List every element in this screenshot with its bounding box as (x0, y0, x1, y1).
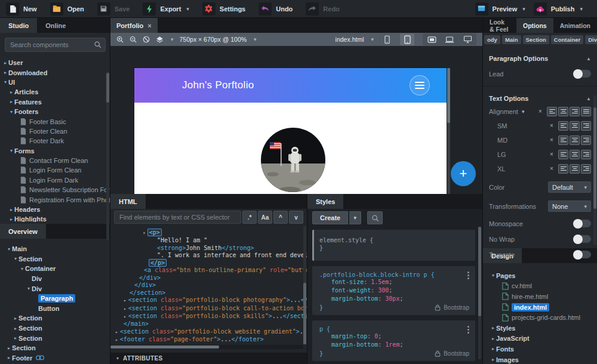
collapse-arrow-icon[interactable]: ▾ (13, 256, 19, 261)
hamburger-menu-icon[interactable] (410, 75, 430, 95)
tab-look-feel[interactable]: Look & Feel (483, 18, 516, 33)
overview-item-section[interactable]: ▸Section (6, 323, 110, 334)
design-item-fonts[interactable]: ▸Fonts (490, 344, 597, 354)
create-style-button[interactable]: Create (312, 211, 348, 224)
zoom-out-icon[interactable] (130, 36, 137, 43)
library-item-footer-basic[interactable]: Footer Basic (2, 116, 110, 126)
collapse-section-icon[interactable]: ▲ (586, 96, 591, 101)
device-desktop-sm-button[interactable] (423, 33, 441, 45)
expand-arrow-icon[interactable]: ▸ (124, 306, 127, 311)
align-left-button[interactable] (547, 107, 557, 116)
library-item-highlights[interactable]: ▸Highlights (2, 214, 110, 222)
search-icon[interactable] (94, 41, 101, 48)
expand-arrow-icon[interactable]: ▸ (8, 217, 14, 222)
style-search-button[interactable] (367, 211, 383, 224)
dropdown-caret-icon[interactable]: ▾ (580, 6, 583, 12)
zoom-in-icon[interactable] (116, 36, 124, 43)
style-property[interactable]: font-weight: 300; (319, 286, 469, 295)
size-dropdown-caret-icon[interactable]: ▾ (254, 36, 257, 42)
style-property[interactable]: margin-bottom: 1rem; (319, 341, 469, 349)
breadcrumb-container[interactable]: Container (551, 35, 583, 44)
collapse-arrow-icon[interactable]: ▾ (116, 356, 119, 361)
create-dropdown-caret[interactable]: ▾ (349, 211, 361, 224)
breadcrumb-main[interactable]: Main (502, 35, 521, 44)
dropdown-caret-icon[interactable]: ▾ (522, 6, 525, 12)
code-line[interactable]: <strong>John Smith</strong> (110, 245, 307, 252)
code-line[interactable]: </div> (110, 282, 307, 289)
add-element-button[interactable]: + (451, 161, 476, 186)
breadcrumb-section[interactable]: Section (523, 35, 549, 44)
close-tab-icon[interactable]: × (147, 22, 151, 29)
search-input[interactable] (5, 38, 106, 52)
find-next-button[interactable]: v (289, 211, 303, 224)
settings-button[interactable]: Settings (202, 2, 245, 16)
block-menu-icon[interactable] (467, 329, 469, 331)
code-scrollbar-thumb[interactable] (303, 283, 306, 344)
expand-arrow-icon[interactable]: ▸ (8, 207, 14, 212)
design-item-hire-me-html[interactable]: hire-me.html (490, 291, 597, 302)
clear-alignment-button[interactable]: × (547, 122, 556, 129)
expand-arrow-icon[interactable]: ▸ (115, 329, 118, 335)
match-case-button[interactable]: Aa (258, 211, 272, 224)
library-item-login-form-dark[interactable]: Login Form Dark (2, 175, 110, 185)
lead-toggle[interactable] (574, 70, 591, 78)
find-prev-button[interactable]: ^ (273, 211, 288, 224)
new-button[interactable]: New (6, 2, 37, 16)
code-line[interactable]: "Hello! I am " (110, 237, 307, 244)
code-hscrollbar-thumb[interactable] (110, 346, 219, 348)
regex-button[interactable]: .* (242, 211, 257, 224)
collapse-arrow-icon[interactable]: ▾ (26, 286, 32, 291)
align-justify-button[interactable] (581, 107, 591, 116)
align-left-button[interactable] (558, 135, 568, 145)
styles-scrollbar[interactable] (478, 227, 481, 359)
code-line[interactable]: ▸<section class="portfolio-block website… (110, 328, 307, 336)
styles-scrollbar-thumb[interactable] (478, 227, 481, 316)
style-rule-block[interactable]: element.style {} (312, 230, 475, 261)
code-line[interactable]: ▸<footer class="page-footer">...</footer… (110, 336, 307, 344)
align-center-button[interactable] (570, 164, 580, 174)
align-right-button[interactable] (581, 121, 591, 131)
layers-dropdown-caret-icon[interactable]: ▾ (171, 36, 174, 42)
preview-button[interactable]: Preview▾ (475, 2, 525, 16)
expand-arrow-icon[interactable]: ▸ (8, 99, 14, 104)
design-item-images[interactable]: ▸Images (490, 354, 597, 364)
expand-arrow-icon[interactable]: ▸ (6, 346, 12, 351)
tab-options[interactable]: Options (516, 18, 553, 33)
align-center-button[interactable] (570, 150, 580, 159)
style-property[interactable]: margin-top: 0; (319, 332, 469, 341)
clear-alignment-button[interactable]: × (547, 137, 556, 143)
align-center-button[interactable] (558, 107, 568, 116)
expand-arrow-icon[interactable]: ▸ (490, 357, 496, 362)
open-button[interactable]: Open (50, 2, 84, 16)
design-item-projects-grid-cards-html[interactable]: projects-grid-cards.html (490, 312, 597, 323)
page-preview[interactable]: John's Porftolio (134, 68, 447, 194)
page-scrollbar-thumb[interactable] (447, 68, 450, 123)
expand-arrow-icon[interactable]: ▸ (2, 70, 8, 75)
align-right-button[interactable] (581, 135, 591, 145)
overview-item-section[interactable]: ▸Section (6, 343, 110, 353)
expand-arrow-icon[interactable]: ▸ (490, 346, 496, 351)
expand-arrow-icon[interactable]: ▸ (490, 325, 496, 331)
overview-item-main[interactable]: ▾Main (6, 244, 110, 254)
device-laptop-button[interactable] (441, 33, 458, 45)
library-item-newsletter-subscription-form[interactable]: Newsletter Subscription Form (2, 185, 110, 195)
overview-item-paragraph[interactable]: Paragraph (6, 294, 110, 304)
overview-item-button[interactable]: Button (6, 304, 110, 314)
expand-arrow-icon[interactable]: ▸ (115, 337, 118, 343)
clear-alignment-button[interactable]: × (547, 165, 556, 172)
design-item-pages[interactable]: ▾Pages (490, 270, 597, 281)
collapse-arrow-icon[interactable]: ▾ (6, 246, 12, 252)
color-select[interactable]: Default▾ (548, 181, 591, 193)
library-item-headers[interactable]: ▸Headers (2, 205, 110, 214)
align-left-button[interactable] (558, 121, 568, 131)
collapse-arrow-icon[interactable]: ▾ (490, 273, 496, 278)
dropdown-caret-icon[interactable]: ▾ (186, 6, 189, 12)
design-item-cv-html[interactable]: cv.html (490, 281, 597, 292)
collapse-arrow-icon[interactable]: ▾ (19, 266, 25, 272)
align-center-button[interactable] (570, 135, 580, 145)
tab-portfolio[interactable]: Portfolio × (110, 18, 158, 33)
expand-arrow-icon[interactable]: ▸ (8, 90, 14, 95)
library-item-forms[interactable]: ▾Forms (2, 146, 110, 156)
design-item-javascript[interactable]: ▸JavaScript (490, 334, 597, 344)
collapse-arrow-icon[interactable]: ▾ (143, 230, 146, 236)
